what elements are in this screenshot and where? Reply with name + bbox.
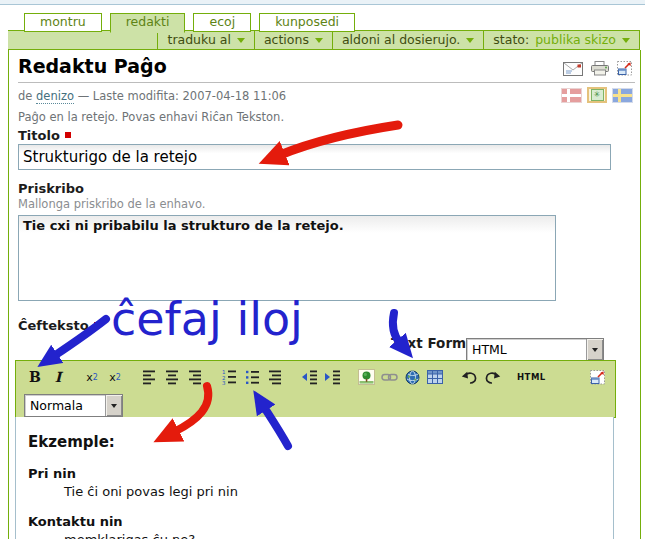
content-type-description: Paĝo en la retejo. Povas enhavi Riĉan Te…	[18, 110, 284, 124]
maximize-icon[interactable]	[617, 61, 633, 76]
top-divider	[0, 0, 645, 5]
description-field-label: Priskribo	[18, 181, 84, 196]
chevron-down-icon	[466, 38, 474, 43]
glyph: 2	[116, 373, 121, 382]
author-link[interactable]: denizo	[36, 89, 74, 104]
status-value: publika skizo	[535, 31, 616, 49]
byline: de denizo — Laste modifita: 2007-04-18 1…	[18, 89, 286, 103]
menu-traduku-al[interactable]: traduku al	[157, 31, 253, 49]
bullet-list-button[interactable]	[243, 367, 261, 387]
menu-stato[interactable]: stato: publika skizo	[483, 31, 639, 49]
flag-danish-icon[interactable]	[561, 88, 582, 103]
indent-button[interactable]	[323, 367, 341, 387]
description-textarea[interactable]: Tie cxi ni pribabilu la strukturo de la …	[18, 215, 556, 301]
required-marker	[65, 132, 71, 138]
toolbar-icons-row: B I x2 x2 123	[16, 361, 615, 391]
insert-image-button[interactable]	[357, 367, 375, 387]
editor-definition: memklarigas ĉu ne?	[64, 532, 613, 539]
tab-montru[interactable]: montru	[24, 13, 102, 32]
selected-style: Normala	[25, 398, 105, 413]
menu-actions[interactable]: actions	[254, 31, 332, 49]
editor-maximize-icon[interactable]	[589, 367, 607, 387]
superscript-button[interactable]: x2	[106, 367, 124, 387]
editor-definition-list: Pri nin Tie ĉi oni povas legi pri nin Ko…	[16, 466, 613, 539]
menu-aldoni-al-dosierujo[interactable]: aldoni al dosierujo.	[332, 31, 483, 49]
chevron-down-icon	[237, 38, 245, 43]
svg-text:3: 3	[222, 380, 226, 385]
flag-current-language-icon[interactable]: ✳	[587, 87, 607, 103]
italic-button[interactable]: I	[49, 367, 67, 387]
align-left-button[interactable]	[140, 367, 158, 387]
align-center-button[interactable]	[163, 367, 181, 387]
align-right-button[interactable]	[186, 367, 204, 387]
translation-flags: ✳	[561, 87, 633, 103]
menu-label: traduku al	[167, 31, 230, 49]
glyph: 2	[93, 373, 98, 382]
content-tabs: montru redakti ecoj kunposedi	[24, 13, 355, 32]
selected-format: HTML	[467, 342, 586, 357]
insert-link-icon[interactable]	[380, 367, 398, 387]
label-text: Ĉefteksto	[18, 318, 89, 333]
editor-heading: Ekzemple:	[28, 433, 613, 451]
required-marker	[94, 322, 100, 328]
rich-text-editor-body[interactable]: Ekzemple: Pri nin Tie ĉi oni povas legi …	[15, 417, 614, 539]
document-actions	[563, 61, 633, 76]
menu-label: actions	[264, 31, 309, 49]
anchor-globe-button[interactable]	[403, 367, 421, 387]
description-help-text: Mallonga priskribo de la enhavo.	[18, 197, 205, 211]
title-input[interactable]	[18, 144, 611, 170]
editor-term: Pri nin	[28, 466, 613, 481]
undo-icon[interactable]	[460, 367, 478, 387]
editor-term: Kontaktu nin	[28, 514, 613, 529]
body-field-label: Ĉefteksto	[18, 318, 100, 333]
bold-button[interactable]: B	[26, 367, 44, 387]
tab-redakti[interactable]: redakti	[110, 13, 186, 33]
page: { "tabs": [ {"label": "montru"}, {"label…	[0, 0, 645, 539]
chevron-down-icon	[622, 38, 630, 43]
html-source-button[interactable]: HTML	[517, 367, 546, 387]
print-icon[interactable]	[590, 61, 610, 76]
chevron-down-icon	[105, 395, 122, 416]
action-bar: traduku al actions aldoni al dosierujo. …	[8, 30, 640, 50]
chevron-down-icon	[315, 38, 323, 43]
tab-kunposedi[interactable]: kunposedi	[259, 13, 355, 32]
content-frame: Redaktu Paĝo	[8, 50, 641, 539]
text-format-select[interactable]: HTML	[466, 338, 604, 361]
title-field-label: Titolo	[18, 128, 71, 143]
byline-prefix: de	[18, 89, 32, 103]
tab-ecoj[interactable]: ecoj	[193, 13, 251, 32]
editor-definition: Tie ĉi oni povas legi pri nin	[64, 484, 613, 499]
definition-list-button[interactable]	[266, 367, 284, 387]
send-page-icon[interactable]	[563, 62, 583, 76]
title-divider	[18, 82, 635, 83]
paragraph-style-select[interactable]: Normala	[24, 394, 123, 417]
outdent-button[interactable]	[300, 367, 318, 387]
menu-label: aldoni al dosierujo.	[342, 31, 460, 49]
chevron-down-icon	[586, 339, 603, 360]
status-prefix: stato:	[493, 31, 529, 49]
editor-toolbar: B I x2 x2 123	[15, 360, 616, 418]
byline-rest: — Laste modifita: 2007-04-18 11:06	[78, 89, 287, 103]
flag-swedish-icon[interactable]	[612, 88, 633, 103]
numbered-list-button[interactable]: 123	[220, 367, 238, 387]
subscript-button[interactable]: x2	[83, 367, 101, 387]
page-title: Redaktu Paĝo	[18, 55, 167, 77]
asterisk-icon: ✳	[591, 89, 604, 101]
label-text: Titolo	[18, 128, 60, 143]
insert-table-button[interactable]	[426, 367, 444, 387]
redo-icon[interactable]	[483, 367, 501, 387]
